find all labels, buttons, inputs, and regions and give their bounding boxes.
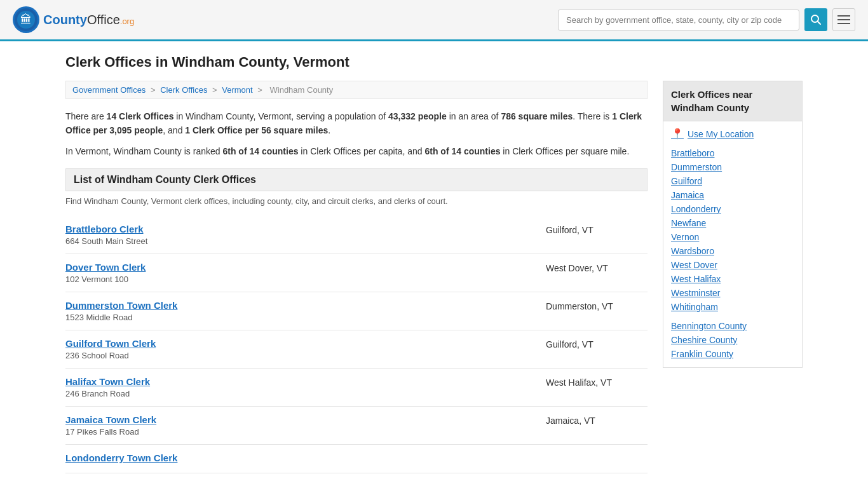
office-name[interactable]: Londonderry Town Clerk	[65, 452, 546, 463]
office-left: Dover Town Clerk 102 Vermont 100	[65, 262, 546, 284]
office-item: Dummerston Town Clerk 1523 Middle Road D…	[65, 292, 648, 330]
sidebar-town-link[interactable]: West Halifax	[671, 272, 794, 286]
office-item: Jamaica Town Clerk 17 Pikes Falls Road J…	[65, 407, 648, 445]
office-left: Halifax Town Clerk 246 Branch Road	[65, 376, 546, 398]
sidebar-town-link[interactable]: West Dover	[671, 258, 794, 272]
sidebar-town-link[interactable]: Londonderry	[671, 202, 794, 216]
sidebar-county-link[interactable]: Bennington County	[671, 319, 794, 333]
office-address: 1523 Middle Road	[65, 313, 546, 322]
office-item: Dover Town Clerk 102 Vermont 100 West Do…	[65, 254, 648, 292]
office-location: Jamaica, VT	[546, 414, 648, 426]
office-location	[546, 452, 648, 454]
office-address: 664 South Main Street	[65, 236, 546, 246]
menu-line	[837, 15, 850, 17]
office-name[interactable]: Dover Town Clerk	[65, 262, 546, 273]
main-container: Clerk Offices in Windham County, Vermont…	[53, 41, 815, 486]
office-location: West Dover, VT	[546, 262, 648, 273]
office-name[interactable]: Halifax Town Clerk	[65, 376, 546, 387]
office-name[interactable]: Dummerston Town Clerk	[65, 300, 546, 311]
office-name[interactable]: Brattleboro Clerk	[65, 224, 546, 234]
sidebar-towns: BrattleboroDummerstonGuilfordJamaicaLond…	[671, 146, 794, 314]
office-left: Jamaica Town Clerk 17 Pikes Falls Road	[65, 414, 546, 437]
content-wrapper: Government Offices > Clerk Offices > Ver…	[65, 81, 803, 473]
sidebar-town-link[interactable]: Whitingham	[671, 300, 794, 314]
sidebar-town-link[interactable]: Guilford	[671, 174, 794, 188]
sidebar-county-link[interactable]: Franklin County	[671, 347, 794, 361]
sidebar-title: Clerk Offices near Windham County	[663, 81, 803, 121]
logo[interactable]: 🏛 CountyOffice.org	[13, 6, 134, 33]
sidebar-town-link[interactable]: Westminster	[671, 286, 794, 300]
office-location: Dummerston, VT	[546, 300, 648, 311]
page-title: Clerk Offices in Windham County, Vermont	[65, 54, 803, 71]
office-address: 17 Pikes Falls Road	[65, 427, 546, 437]
per-sqmile: 1 Clerk Office per 56 square miles	[185, 125, 328, 135]
office-location: West Halifax, VT	[546, 376, 648, 388]
office-address: 236 School Road	[65, 351, 546, 360]
office-item: Brattleboro Clerk 664 South Main Street …	[65, 216, 648, 254]
office-address: 102 Vermont 100	[65, 274, 546, 284]
offices-count: 14 Clerk Offices	[107, 111, 174, 121]
sidebar-body: 📍 Use My Location BrattleboroDummerstonG…	[663, 121, 803, 368]
office-left: Guilford Town Clerk 236 School Road	[65, 338, 546, 360]
menu-button[interactable]	[832, 8, 855, 31]
search-icon	[810, 14, 822, 25]
sidebar: Clerk Offices near Windham County 📍 Use …	[663, 81, 803, 473]
sidebar-counties: Bennington CountyCheshire CountyFranklin…	[671, 319, 794, 361]
rank-capita: 6th of 14 counties	[222, 146, 298, 156]
sidebar-town-link[interactable]: Wardsboro	[671, 244, 794, 258]
info-paragraph-2: In Vermont, Windham County is ranked 6th…	[65, 144, 648, 158]
search-area	[558, 8, 855, 31]
office-name[interactable]: Guilford Town Clerk	[65, 338, 546, 349]
sidebar-town-link[interactable]: Vernon	[671, 230, 794, 244]
breadcrumb: Government Offices > Clerk Offices > Ver…	[65, 81, 648, 99]
svg-line-4	[818, 22, 821, 25]
office-location: Guilford, VT	[546, 338, 648, 349]
office-left: Brattleboro Clerk 664 South Main Street	[65, 224, 546, 246]
sidebar-town-link[interactable]: Brattleboro	[671, 146, 794, 160]
search-input[interactable]	[558, 10, 799, 30]
sidebar-town-link[interactable]: Jamaica	[671, 188, 794, 202]
menu-line	[837, 19, 850, 20]
breadcrumb-link-clerk[interactable]: Clerk Offices	[160, 85, 207, 95]
search-button[interactable]	[804, 8, 827, 31]
list-section-desc: Find Windham County, Vermont clerk offic…	[65, 196, 648, 206]
office-address: 246 Branch Road	[65, 389, 546, 398]
svg-text:🏛: 🏛	[20, 13, 32, 26]
sidebar-divider	[671, 314, 794, 319]
sidebar-town-link[interactable]: Dummerston	[671, 160, 794, 174]
location-icon: 📍	[671, 128, 684, 140]
population: 43,332 people	[388, 111, 447, 121]
sidebar-town-link[interactable]: Newfane	[671, 216, 794, 230]
list-section-header: List of Windham County Clerk Offices	[65, 168, 648, 191]
office-left: Dummerston Town Clerk 1523 Middle Road	[65, 300, 546, 322]
breadcrumb-link-gov[interactable]: Government Offices	[72, 85, 146, 95]
breadcrumb-link-vermont[interactable]: Vermont	[222, 85, 252, 95]
use-my-location-button[interactable]: 📍 Use My Location	[671, 128, 794, 140]
info-paragraph-1: There are 14 Clerk Offices in Windham Co…	[65, 109, 648, 138]
sidebar-county-link[interactable]: Cheshire County	[671, 333, 794, 347]
logo-icon: 🏛	[13, 6, 39, 33]
logo-text: CountyOffice.org	[43, 13, 134, 27]
office-item: Guilford Town Clerk 236 School Road Guil…	[65, 330, 648, 369]
office-item: Halifax Town Clerk 246 Branch Road West …	[65, 369, 648, 407]
main-content: Government Offices > Clerk Offices > Ver…	[65, 81, 648, 473]
site-header: 🏛 CountyOffice.org	[0, 0, 868, 41]
office-item: Londonderry Town Clerk	[65, 445, 648, 473]
breadcrumb-current: Windham County	[270, 85, 334, 95]
office-left: Londonderry Town Clerk	[65, 452, 546, 465]
area: 786 square miles	[501, 111, 573, 121]
office-name[interactable]: Jamaica Town Clerk	[65, 414, 546, 425]
offices-list: Brattleboro Clerk 664 South Main Street …	[65, 216, 648, 473]
rank-sqmile: 6th of 14 counties	[424, 146, 500, 156]
menu-line	[837, 23, 850, 24]
office-location: Guilford, VT	[546, 224, 648, 235]
use-my-location-label: Use My Location	[688, 129, 754, 139]
